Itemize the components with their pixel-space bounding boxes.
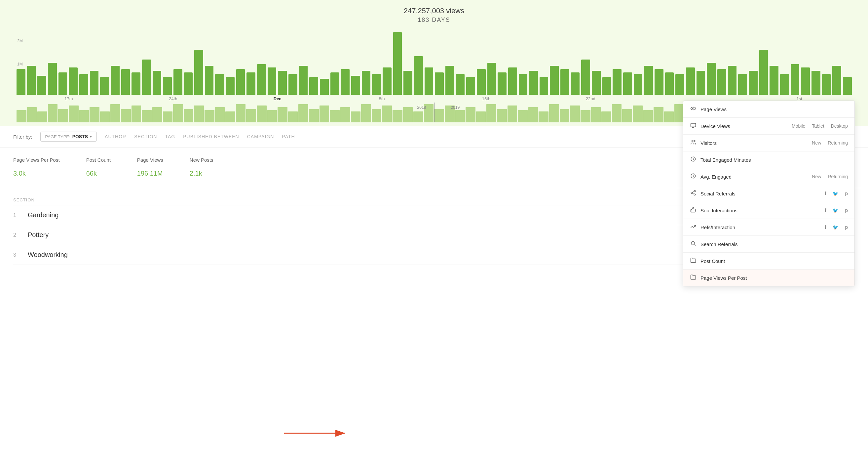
dropdown-item-icon-total-engaged — [690, 156, 696, 163]
dropdown-item-icon-search-referrals — [690, 240, 696, 248]
mini-bar — [225, 112, 235, 122]
chart-title: 247,257,003 views — [13, 7, 855, 15]
dropdown-item-label-soc-interactions: Soc. Interactions — [701, 208, 821, 213]
filter-author[interactable]: AUTHOR — [105, 134, 126, 139]
dropdown-item-soc-interactions[interactable]: Soc. Interactions f🐦p — [683, 202, 855, 219]
social-icon[interactable]: p — [845, 225, 848, 230]
mini-bar — [361, 104, 371, 122]
svg-point-5 — [692, 140, 693, 142]
year-divider — [434, 103, 434, 122]
bar — [445, 66, 454, 95]
mini-bar — [518, 110, 528, 122]
social-icon[interactable]: p — [845, 208, 848, 213]
mini-bar — [351, 112, 361, 122]
page-type-select[interactable]: PAGE TYPE: POSTS ▾ — [40, 132, 97, 142]
sub-option[interactable]: New — [812, 140, 821, 146]
bar — [90, 71, 99, 95]
bar — [550, 66, 559, 95]
bar — [696, 71, 706, 95]
bar — [37, 76, 46, 95]
bar — [383, 67, 392, 95]
social-icon[interactable]: 🐦 — [833, 225, 838, 230]
svg-line-15 — [694, 244, 695, 245]
sub-option[interactable]: Returning — [828, 140, 848, 146]
stat-post-count: Post Count 66k — [86, 157, 111, 179]
mini-bar — [100, 112, 110, 122]
bar — [425, 67, 434, 95]
bar — [780, 74, 789, 95]
mini-bar — [246, 109, 256, 122]
dropdown-item-device-views[interactable]: Device Views MobileTabletDesktop — [683, 118, 855, 135]
bar — [665, 73, 674, 95]
mini-bar — [622, 109, 632, 122]
filter-published-between[interactable]: PUBLISHED BETWEEN — [183, 134, 239, 139]
bar — [268, 67, 277, 95]
dropdown-item-avg-engaged[interactable]: Avg. Engaged NewReturning — [683, 168, 855, 185]
sub-option[interactable]: New — [812, 174, 821, 179]
social-icon[interactable]: p — [845, 191, 848, 196]
dropdown-item-social-referrals[interactable]: Social Referrals f🐦p — [683, 185, 855, 202]
mini-bar — [131, 106, 142, 122]
social-icon[interactable]: f — [825, 225, 826, 230]
bar — [48, 63, 57, 95]
bar — [121, 69, 130, 95]
sub-option[interactable]: Tablet — [812, 123, 824, 128]
bar — [456, 74, 465, 95]
mini-bar — [48, 104, 58, 122]
dropdown-item-visitors[interactable]: Visitors NewReturning — [683, 135, 855, 151]
bar — [331, 73, 339, 95]
row-section-name: Woodworking — [28, 251, 68, 259]
mini-bar — [476, 112, 486, 122]
social-icon[interactable]: f — [825, 191, 826, 196]
mini-bar — [507, 106, 518, 122]
sub-option[interactable]: Desktop — [831, 123, 848, 128]
bar — [686, 67, 695, 95]
bar — [581, 60, 590, 95]
bar — [529, 71, 538, 95]
bar — [843, 77, 852, 95]
dropdown-item-refs-interaction[interactable]: Refs/Interaction f🐦p — [683, 219, 855, 236]
bar — [487, 63, 496, 95]
bar — [435, 73, 444, 95]
bar — [351, 76, 360, 95]
x-label-5: 22nd — [538, 96, 643, 101]
mini-bar — [121, 109, 131, 122]
filter-section[interactable]: SECTION — [134, 134, 157, 139]
bar — [309, 77, 318, 95]
dropdown-item-page-views-per-post[interactable]: Page Views Per Post — [683, 269, 855, 286]
filter-tag[interactable]: TAG — [165, 134, 175, 139]
dropdown-item-label-search-referrals: Search Referrals — [701, 241, 848, 247]
bar — [100, 77, 109, 95]
sub-option[interactable]: Returning — [828, 174, 848, 179]
bar — [226, 77, 235, 95]
filter-path[interactable]: PATH — [282, 134, 295, 139]
bar — [205, 66, 214, 95]
dropdown-item-label-refs-interaction: Refs/Interaction — [701, 225, 821, 230]
stat-value-1: 66k — [86, 165, 111, 179]
sub-option[interactable]: Mobile — [792, 123, 805, 128]
bar — [655, 69, 663, 95]
mini-bar — [528, 107, 538, 122]
bar — [341, 69, 349, 95]
mini-bar — [591, 107, 601, 122]
social-icon[interactable]: 🐦 — [833, 208, 838, 213]
mini-bar — [278, 107, 287, 122]
svg-line-13 — [692, 192, 694, 193]
svg-point-14 — [691, 241, 695, 245]
dropdown-item-page-views[interactable]: Page Views — [683, 101, 855, 118]
bar — [236, 69, 245, 95]
mini-bar — [372, 109, 382, 122]
bar — [163, 77, 172, 95]
dropdown-item-icon-social-referrals — [690, 190, 696, 197]
social-icon[interactable]: 🐦 — [833, 191, 838, 196]
dropdown-item-total-engaged[interactable]: Total Engaged Minutes — [683, 151, 855, 168]
filter-campaign[interactable]: CAMPAIGN — [247, 134, 274, 139]
mini-bar — [205, 110, 214, 122]
dropdown-item-post-count[interactable]: Post Count — [683, 253, 855, 269]
social-icon[interactable]: f — [825, 208, 826, 213]
dropdown-item-search-referrals[interactable]: Search Referrals — [683, 236, 855, 253]
dropdown-item-label-visitors: Visitors — [701, 140, 808, 146]
svg-line-12 — [692, 193, 694, 194]
bar — [184, 73, 193, 95]
mini-bar — [267, 110, 277, 122]
